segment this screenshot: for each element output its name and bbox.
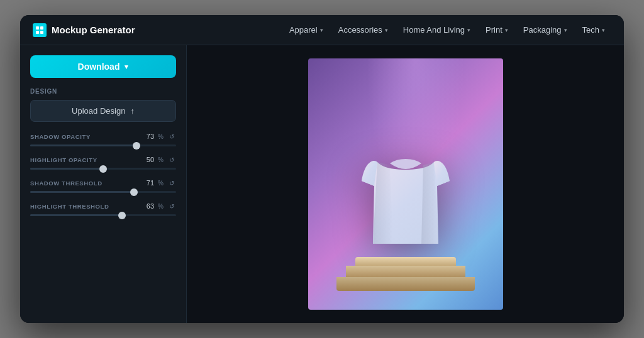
- highlight-opacity-control: HIGHLIGHT OPACITY 50 % ↺: [30, 155, 176, 170]
- reset-shadow-opacity-icon[interactable]: ↺: [167, 132, 176, 141]
- app-window: Mockup Generator Apparel ▾ Accessories ▾…: [20, 15, 624, 323]
- upload-icon: ↑: [130, 106, 135, 116]
- nav-item-home-living[interactable]: Home And Living ▾: [397, 23, 477, 37]
- nav-item-accessories[interactable]: Accessories ▾: [332, 23, 394, 37]
- chevron-down-icon: ▾: [320, 27, 323, 33]
- chevron-down-icon: ▾: [385, 27, 388, 33]
- shadow-opacity-control: SHADOW OPACITY 73 % ↺: [30, 132, 176, 146]
- pedestal-top: [355, 257, 456, 266]
- logo-area: Mockup Generator: [33, 23, 135, 37]
- reset-highlight-threshold-icon[interactable]: ↺: [167, 202, 176, 210]
- nav-item-packaging[interactable]: Packaging ▾: [517, 23, 574, 37]
- nav-items: Apparel ▾ Accessories ▾ Home And Living …: [283, 23, 611, 37]
- download-button[interactable]: Download ▾: [30, 55, 176, 78]
- upload-design-button[interactable]: Upload Design ↑: [30, 100, 176, 122]
- tshirt-container: [349, 124, 462, 250]
- nav-item-tech[interactable]: Tech ▾: [576, 23, 611, 37]
- chevron-down-icon: ▾: [125, 63, 128, 71]
- svg-rect-2: [36, 31, 39, 34]
- shadow-threshold-slider[interactable]: [30, 191, 176, 193]
- svg-rect-3: [40, 31, 43, 34]
- pedestal-bottom: [336, 277, 475, 291]
- shadow-threshold-control: SHADOW THRESHOLD 71 % ↺: [30, 178, 176, 193]
- mockup-preview: [308, 58, 503, 310]
- content-area: [187, 45, 624, 323]
- design-section-label: DESIGN: [30, 88, 176, 95]
- highlight-opacity-slider[interactable]: [30, 168, 176, 170]
- navbar: Mockup Generator Apparel ▾ Accessories ▾…: [20, 15, 624, 45]
- main-layout: Download ▾ DESIGN Upload Design ↑ SHADOW…: [20, 45, 624, 323]
- reset-shadow-threshold-icon[interactable]: ↺: [167, 178, 176, 187]
- chevron-down-icon: ▾: [564, 27, 567, 33]
- chevron-down-icon: ▾: [467, 27, 470, 33]
- design-section: DESIGN Upload Design ↑: [30, 88, 176, 122]
- controls-section: SHADOW OPACITY 73 % ↺ HIGHLIGHT OPACITY …: [30, 132, 176, 216]
- app-name: Mockup Generator: [52, 25, 135, 35]
- chevron-down-icon: ▾: [505, 27, 508, 33]
- chevron-down-icon: ▾: [602, 27, 605, 33]
- nav-item-print[interactable]: Print ▾: [479, 23, 514, 37]
- nav-item-apparel[interactable]: Apparel ▾: [283, 23, 330, 37]
- sidebar: Download ▾ DESIGN Upload Design ↑ SHADOW…: [20, 45, 187, 323]
- highlight-threshold-slider[interactable]: [30, 214, 176, 216]
- pedestal: [336, 257, 475, 291]
- highlight-threshold-control: HIGHLIGHT THRESHOLD 63 % ↺: [30, 202, 176, 216]
- svg-rect-1: [40, 26, 43, 30]
- mockup-background: [308, 58, 503, 310]
- shadow-opacity-slider[interactable]: [30, 144, 176, 146]
- logo-icon: [33, 23, 47, 37]
- svg-rect-0: [36, 26, 39, 30]
- tshirt-svg: [349, 124, 462, 250]
- reset-highlight-opacity-icon[interactable]: ↺: [167, 155, 176, 164]
- pedestal-middle: [346, 266, 465, 277]
